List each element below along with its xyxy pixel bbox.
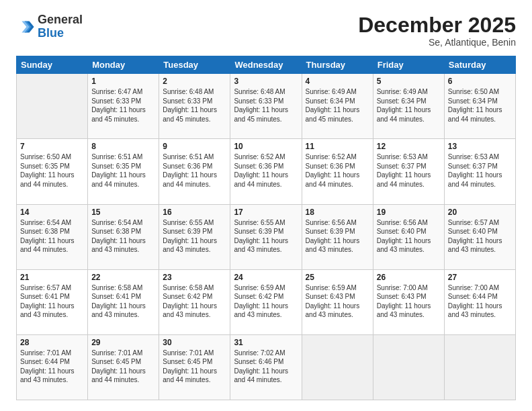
day-info: Sunrise: 7:00 AMSunset: 6:44 PMDaylight:… — [448, 283, 512, 320]
col-saturday: Saturday — [444, 56, 515, 74]
month-title: December 2025 — [358, 13, 516, 37]
calendar-cell: 16Sunrise: 6:55 AMSunset: 6:39 PMDayligh… — [159, 204, 230, 269]
col-sunday: Sunday — [17, 56, 88, 74]
logo-general-text: General — [38, 13, 83, 26]
day-number: 5 — [377, 77, 441, 86]
day-number: 19 — [377, 208, 441, 217]
calendar-cell: 7Sunrise: 6:50 AMSunset: 6:35 PMDaylight… — [17, 139, 88, 204]
logo: General Blue — [16, 13, 83, 40]
calendar-cell: 20Sunrise: 6:57 AMSunset: 6:40 PMDayligh… — [444, 204, 515, 269]
calendar-cell: 21Sunrise: 6:57 AMSunset: 6:41 PMDayligh… — [17, 269, 88, 334]
day-info: Sunrise: 7:01 AMSunset: 6:45 PMDaylight:… — [91, 349, 155, 385]
day-number: 23 — [163, 273, 226, 282]
calendar-cell: 14Sunrise: 6:54 AMSunset: 6:38 PMDayligh… — [17, 204, 88, 269]
page: General Blue December 2025 Se, Atlantiqu… — [0, 0, 532, 411]
day-info: Sunrise: 6:51 AMSunset: 6:36 PMDaylight:… — [163, 152, 226, 189]
calendar-cell: 13Sunrise: 6:53 AMSunset: 6:37 PMDayligh… — [444, 139, 515, 204]
day-info: Sunrise: 6:58 AMSunset: 6:42 PMDaylight:… — [163, 283, 226, 320]
day-info: Sunrise: 6:48 AMSunset: 6:33 PMDaylight:… — [234, 87, 298, 124]
calendar-cell: 12Sunrise: 6:53 AMSunset: 6:37 PMDayligh… — [373, 139, 444, 204]
day-number: 29 — [91, 338, 155, 347]
col-monday: Monday — [88, 56, 159, 74]
day-number: 14 — [20, 208, 84, 217]
calendar-cell: 17Sunrise: 6:55 AMSunset: 6:39 PMDayligh… — [230, 204, 302, 269]
calendar-cell: 29Sunrise: 7:01 AMSunset: 6:45 PMDayligh… — [88, 334, 159, 400]
calendar-cell: 4Sunrise: 6:49 AMSunset: 6:34 PMDaylight… — [302, 74, 373, 139]
day-info: Sunrise: 6:56 AMSunset: 6:40 PMDaylight:… — [377, 218, 441, 255]
day-number: 10 — [234, 142, 298, 151]
day-info: Sunrise: 6:50 AMSunset: 6:35 PMDaylight:… — [20, 152, 84, 189]
day-number: 2 — [163, 77, 226, 86]
calendar-week-5: 28Sunrise: 7:01 AMSunset: 6:44 PMDayligh… — [17, 334, 516, 400]
day-info: Sunrise: 6:55 AMSunset: 6:39 PMDaylight:… — [163, 218, 226, 255]
calendar-cell: 2Sunrise: 6:48 AMSunset: 6:33 PMDaylight… — [159, 74, 230, 139]
calendar-cell: 5Sunrise: 6:49 AMSunset: 6:34 PMDaylight… — [373, 74, 444, 139]
day-info: Sunrise: 7:01 AMSunset: 6:44 PMDaylight:… — [20, 349, 84, 385]
calendar-cell: 23Sunrise: 6:58 AMSunset: 6:42 PMDayligh… — [159, 269, 230, 334]
calendar-cell: 1Sunrise: 6:47 AMSunset: 6:33 PMDaylight… — [88, 74, 159, 139]
day-info: Sunrise: 6:57 AMSunset: 6:41 PMDaylight:… — [20, 283, 84, 320]
day-number: 30 — [163, 338, 226, 347]
calendar-cell: 30Sunrise: 7:01 AMSunset: 6:45 PMDayligh… — [159, 334, 230, 400]
calendar-cell: 18Sunrise: 6:56 AMSunset: 6:39 PMDayligh… — [302, 204, 373, 269]
day-number: 13 — [448, 142, 512, 151]
day-number: 4 — [306, 77, 369, 86]
location-subtitle: Se, Atlantique, Benin — [358, 37, 516, 48]
col-friday: Friday — [373, 56, 444, 74]
calendar-cell: 11Sunrise: 6:52 AMSunset: 6:36 PMDayligh… — [302, 139, 373, 204]
calendar-cell: 26Sunrise: 7:00 AMSunset: 6:43 PMDayligh… — [373, 269, 444, 334]
day-info: Sunrise: 6:49 AMSunset: 6:34 PMDaylight:… — [377, 87, 441, 124]
day-number: 26 — [377, 273, 441, 282]
day-info: Sunrise: 6:53 AMSunset: 6:37 PMDaylight:… — [377, 152, 441, 189]
calendar-week-1: 1Sunrise: 6:47 AMSunset: 6:33 PMDaylight… — [17, 74, 516, 139]
col-wednesday: Wednesday — [230, 56, 302, 74]
day-number: 22 — [91, 273, 155, 282]
day-info: Sunrise: 7:02 AMSunset: 6:46 PMDaylight:… — [234, 349, 298, 385]
calendar-cell: 25Sunrise: 6:59 AMSunset: 6:43 PMDayligh… — [302, 269, 373, 334]
calendar-cell: 27Sunrise: 7:00 AMSunset: 6:44 PMDayligh… — [444, 269, 515, 334]
day-info: Sunrise: 6:58 AMSunset: 6:41 PMDaylight:… — [91, 283, 155, 320]
day-number: 31 — [234, 338, 298, 347]
day-info: Sunrise: 7:01 AMSunset: 6:45 PMDaylight:… — [163, 349, 226, 385]
calendar-cell: 6Sunrise: 6:50 AMSunset: 6:34 PMDaylight… — [444, 74, 515, 139]
day-info: Sunrise: 6:54 AMSunset: 6:38 PMDaylight:… — [91, 218, 155, 255]
day-number: 1 — [91, 77, 155, 86]
day-number: 20 — [448, 208, 512, 217]
calendar-cell — [302, 334, 373, 400]
calendar-header-row: Sunday Monday Tuesday Wednesday Thursday… — [17, 56, 516, 74]
day-info: Sunrise: 6:53 AMSunset: 6:37 PMDaylight:… — [448, 152, 512, 189]
calendar-week-3: 14Sunrise: 6:54 AMSunset: 6:38 PMDayligh… — [17, 204, 516, 269]
calendar-week-2: 7Sunrise: 6:50 AMSunset: 6:35 PMDaylight… — [17, 139, 516, 204]
day-info: Sunrise: 6:51 AMSunset: 6:35 PMDaylight:… — [91, 152, 155, 189]
calendar-cell: 19Sunrise: 6:56 AMSunset: 6:40 PMDayligh… — [373, 204, 444, 269]
day-info: Sunrise: 6:50 AMSunset: 6:34 PMDaylight:… — [448, 87, 512, 124]
day-number: 24 — [234, 273, 298, 282]
day-info: Sunrise: 6:59 AMSunset: 6:43 PMDaylight:… — [306, 283, 369, 320]
calendar-cell: 3Sunrise: 6:48 AMSunset: 6:33 PMDaylight… — [230, 74, 302, 139]
calendar-cell: 15Sunrise: 6:54 AMSunset: 6:38 PMDayligh… — [88, 204, 159, 269]
day-number: 7 — [20, 142, 84, 151]
calendar-cell — [444, 334, 515, 400]
logo-icon — [16, 17, 35, 36]
day-number: 17 — [234, 208, 298, 217]
logo-blue-text: Blue — [38, 26, 64, 40]
day-number: 27 — [448, 273, 512, 282]
col-tuesday: Tuesday — [159, 56, 230, 74]
calendar-cell: 9Sunrise: 6:51 AMSunset: 6:36 PMDaylight… — [159, 139, 230, 204]
calendar-cell: 28Sunrise: 7:01 AMSunset: 6:44 PMDayligh… — [17, 334, 88, 400]
day-number: 21 — [20, 273, 84, 282]
day-number: 16 — [163, 208, 226, 217]
calendar-cell: 31Sunrise: 7:02 AMSunset: 6:46 PMDayligh… — [230, 334, 302, 400]
day-info: Sunrise: 6:47 AMSunset: 6:33 PMDaylight:… — [91, 87, 155, 124]
calendar-cell: 8Sunrise: 6:51 AMSunset: 6:35 PMDaylight… — [88, 139, 159, 204]
day-number: 25 — [306, 273, 369, 282]
day-number: 15 — [91, 208, 155, 217]
day-number: 11 — [306, 142, 369, 151]
day-info: Sunrise: 7:00 AMSunset: 6:43 PMDaylight:… — [377, 283, 441, 320]
col-thursday: Thursday — [302, 56, 373, 74]
calendar-cell — [17, 74, 88, 139]
day-info: Sunrise: 6:52 AMSunset: 6:36 PMDaylight:… — [234, 152, 298, 189]
day-number: 3 — [234, 77, 298, 86]
day-number: 6 — [448, 77, 512, 86]
calendar-week-4: 21Sunrise: 6:57 AMSunset: 6:41 PMDayligh… — [17, 269, 516, 334]
